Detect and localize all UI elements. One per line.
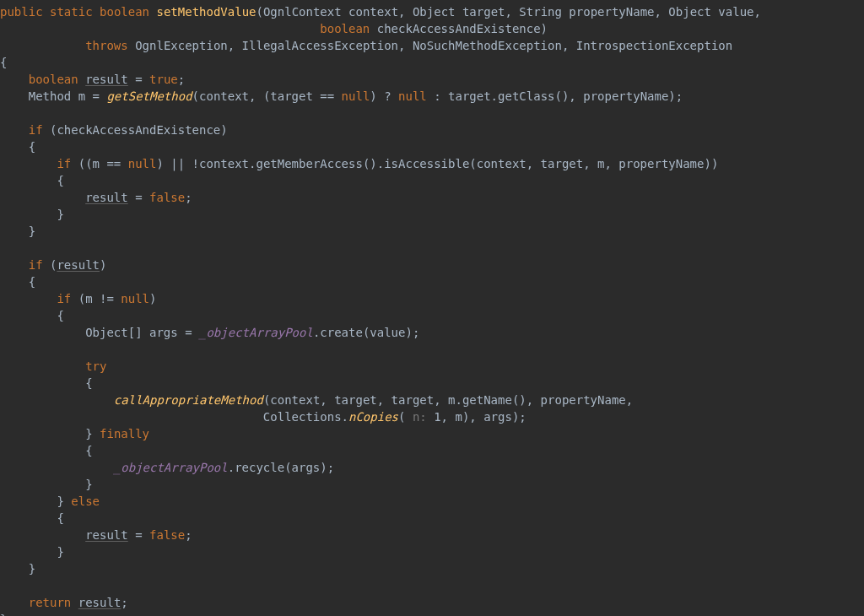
keyword-if: if	[29, 123, 43, 137]
code-line: {	[0, 309, 64, 322]
call-nCopies: nCopies	[348, 410, 398, 424]
keyword-null: null	[121, 292, 149, 305]
keyword-boolean: boolean	[320, 22, 370, 35]
keyword-false: false	[149, 528, 185, 542]
var-result: result	[57, 258, 100, 272]
code-line: {	[0, 140, 35, 154]
code-line: boolean result = true;	[0, 73, 185, 86]
code-line: }	[0, 613, 7, 616]
code-line: }	[0, 562, 35, 575]
code-line: {	[0, 174, 64, 187]
var-result: result	[85, 528, 128, 542]
call-getSetMethod: getSetMethod	[106, 89, 192, 103]
keyword-else: else	[71, 494, 100, 508]
code-line: {	[0, 56, 7, 69]
code-line: Method m = getSetMethod(context, (target…	[0, 89, 683, 103]
code-line: _objectArrayPool.recycle(args);	[0, 461, 334, 474]
code-line: if (result)	[0, 258, 106, 272]
var-result: result	[85, 191, 128, 204]
keyword-finally: finally	[100, 427, 149, 440]
keyword-if: if	[29, 258, 43, 272]
code-line: {	[0, 444, 93, 457]
keyword-if: if	[57, 157, 71, 170]
code-line: if ((m == null) || !context.getMemberAcc…	[0, 157, 718, 170]
field-objectArrayPool: _objectArrayPool	[114, 461, 228, 474]
code-line: callAppropriateMethod(context, target, t…	[0, 393, 633, 407]
param-hint-n: n:	[413, 410, 434, 424]
keyword-false: false	[149, 191, 185, 204]
var-result: result	[78, 596, 122, 609]
keyword-boolean: boolean	[100, 5, 149, 19]
code-line: result = false;	[0, 191, 192, 204]
keyword-boolean: boolean	[29, 73, 78, 86]
params-line1: (OgnlContext context, Object target, Str…	[256, 5, 761, 19]
code-line: }	[0, 545, 64, 559]
blank-line	[0, 241, 7, 255]
code-line: {	[0, 275, 35, 289]
code-line: return result;	[0, 596, 128, 609]
keyword-null: null	[128, 157, 157, 170]
code-line: }	[0, 478, 93, 491]
call-callAppropriateMethod: callAppropriateMethod	[114, 393, 263, 407]
keyword-if: if	[57, 292, 71, 305]
code-line: boolean checkAccessAndExistence)	[0, 22, 548, 35]
code-line: } else	[0, 494, 100, 508]
code-editor[interactable]: public static boolean setMethodValue(Ogn…	[0, 0, 864, 616]
code-line: } finally	[0, 427, 149, 440]
code-line: }	[0, 224, 35, 238]
keyword-static: static	[50, 5, 93, 19]
code-line: {	[0, 511, 64, 525]
keyword-return: return	[29, 596, 72, 609]
keyword-throws: throws	[85, 39, 128, 52]
keyword-true: true	[149, 73, 178, 86]
blank-line	[0, 343, 7, 356]
code-line: try	[0, 359, 106, 373]
code-line: if (checkAccessAndExistence)	[0, 123, 228, 137]
code-line: Object[] args = _objectArrayPool.create(…	[0, 326, 419, 339]
code-line: public static boolean setMethodValue(Ogn…	[0, 5, 761, 19]
code-line: result = false;	[0, 528, 192, 542]
code-line: throws OgnlException, IllegalAccessExcep…	[0, 39, 732, 52]
method-name: setMethodValue	[156, 5, 256, 19]
code-line: Collections.nCopies( n: 1, m), args);	[0, 410, 526, 424]
keyword-null: null	[398, 89, 427, 103]
blank-line	[0, 579, 7, 592]
code-line: if (m != null)	[0, 292, 156, 305]
code-line: {	[0, 376, 93, 390]
keyword-public: public	[0, 5, 43, 19]
field-objectArrayPool: _objectArrayPool	[199, 326, 313, 339]
blank-line	[0, 106, 7, 120]
keyword-null: null	[342, 89, 370, 103]
keyword-try: try	[85, 359, 106, 373]
code-line: }	[0, 208, 64, 221]
var-result: result	[85, 73, 128, 86]
